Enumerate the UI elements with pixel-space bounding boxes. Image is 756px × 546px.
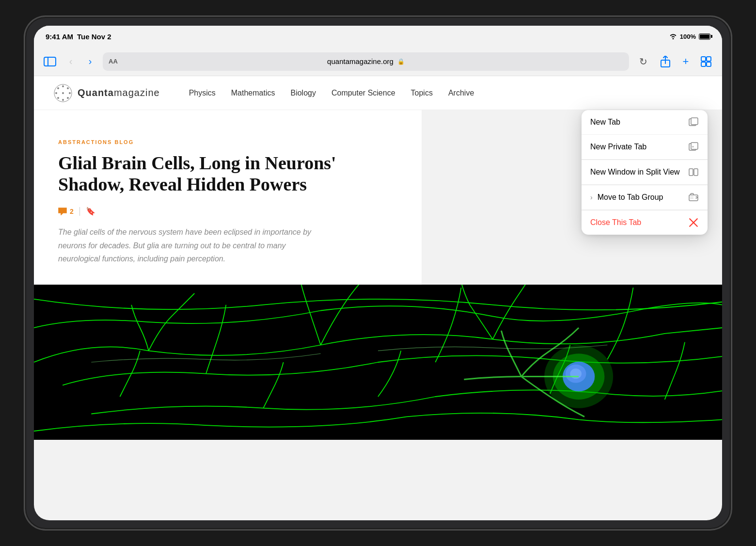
- ipad-screen: 9:41 AM Tue Nov 2 100%: [34, 26, 722, 520]
- nav-physics[interactable]: Physics: [189, 89, 216, 97]
- quanta-logo-icon: [53, 83, 73, 103]
- back-arrow-icon: ‹: [69, 56, 73, 67]
- svg-point-8: [62, 85, 64, 87]
- new-tab-button[interactable]: +: [677, 53, 694, 70]
- comment-count: 2: [70, 208, 74, 215]
- nav-biology[interactable]: Biology: [290, 89, 315, 97]
- article-image: [34, 285, 722, 440]
- reload-icon: ↻: [639, 56, 647, 67]
- forward-button[interactable]: ›: [83, 55, 97, 68]
- new-tab-label: New Tab: [590, 118, 620, 127]
- nav-computer-science[interactable]: Computer Science: [331, 89, 395, 97]
- article-content: ABSTRACTIONS BLOG Glial Brain Cells, Lon…: [34, 110, 422, 285]
- sidebar-icon: [44, 57, 56, 66]
- forward-arrow-icon: ›: [89, 56, 92, 67]
- tab-group-icon: [688, 192, 699, 203]
- svg-rect-29: [694, 169, 698, 176]
- split-view-icon: [688, 167, 699, 177]
- close-tab-label: Close This Tab: [590, 218, 641, 227]
- bookmark-icon[interactable]: 🔖: [86, 207, 95, 216]
- split-view-label: New Window in Split View: [590, 168, 680, 177]
- menu-item-new-private-tab[interactable]: New Private Tab +: [582, 135, 708, 160]
- share-icon: [661, 56, 670, 67]
- svg-rect-4: [707, 57, 711, 61]
- svg-rect-5: [701, 62, 706, 66]
- svg-rect-24: [691, 118, 698, 125]
- ipad-frame: 9:41 AM Tue Nov 2 100%: [24, 16, 732, 530]
- new-tab-icon: [688, 117, 699, 128]
- logo-light: magazine: [114, 87, 160, 98]
- nav-topics[interactable]: Topics: [411, 89, 433, 97]
- close-tab-icon: [688, 217, 699, 228]
- new-private-tab-label: New Private Tab: [590, 143, 646, 151]
- logo-bold: Quanta: [78, 87, 114, 98]
- svg-point-22: [570, 369, 582, 379]
- site-logo: Quantamagazine: [53, 83, 160, 103]
- back-button[interactable]: ‹: [64, 55, 78, 68]
- reader-mode-button[interactable]: AA: [109, 58, 118, 65]
- share-button[interactable]: [657, 53, 674, 70]
- svg-point-11: [67, 97, 69, 99]
- tab-group-label: Move to Tab Group: [598, 193, 663, 202]
- sidebar-toggle-button[interactable]: [42, 55, 58, 68]
- menu-item-new-tab[interactable]: New Tab: [582, 110, 708, 135]
- status-bar: 9:41 AM Tue Nov 2 100%: [34, 26, 722, 47]
- battery-percent: 100%: [680, 33, 696, 40]
- svg-point-14: [55, 92, 57, 94]
- nav-links: Physics Mathematics Biology Computer Sci…: [189, 89, 474, 97]
- nav-archive[interactable]: Archive: [448, 89, 474, 97]
- url-display: quantamagazine.org: [327, 57, 394, 65]
- svg-point-12: [62, 99, 64, 101]
- private-tab-icon: +: [688, 142, 699, 152]
- tab-overview-button[interactable]: [698, 53, 714, 70]
- comment-icon: [58, 208, 67, 215]
- wifi-icon: [669, 33, 677, 39]
- menu-item-close-tab[interactable]: Close This Tab: [582, 210, 708, 235]
- site-navigation: Quantamagazine Physics Mathematics Biolo…: [34, 76, 722, 110]
- tab-group-chevron: ›: [590, 193, 593, 201]
- article-title: Glial Brain Cells, Long in Neurons' Shad…: [58, 153, 397, 195]
- svg-rect-0: [44, 57, 56, 66]
- lock-icon: 🔒: [397, 58, 405, 65]
- logo-text: Quantamagazine: [78, 87, 160, 98]
- context-menu: New Tab New Private Tab: [582, 110, 708, 235]
- browser-toolbar: ‹ › AA quantamagazine.org 🔒 ↻: [34, 47, 722, 76]
- meta-divider: [79, 207, 80, 216]
- svg-point-13: [57, 97, 59, 99]
- svg-point-10: [69, 92, 71, 94]
- svg-point-15: [57, 87, 59, 89]
- menu-item-tab-group[interactable]: › Move to Tab Group: [582, 185, 708, 210]
- reload-button[interactable]: ↻: [635, 53, 651, 70]
- add-tab-icon: +: [683, 55, 689, 68]
- svg-text:+: +: [692, 145, 694, 149]
- comment-section[interactable]: 2: [58, 208, 74, 215]
- svg-point-16: [62, 92, 64, 94]
- article-excerpt: The glial cells of the nervous system ha…: [58, 225, 330, 265]
- address-bar[interactable]: AA quantamagazine.org 🔒: [103, 52, 629, 71]
- toolbar-right: +: [657, 53, 714, 70]
- svg-rect-6: [707, 62, 711, 66]
- blog-label: ABSTRACTIONS BLOG: [58, 139, 397, 145]
- tab-grid-icon: [701, 56, 711, 67]
- time-display: 9:41 AM: [46, 32, 73, 41]
- svg-point-9: [67, 87, 69, 89]
- battery-icon: [699, 33, 710, 40]
- content-area: Quantamagazine Physics Mathematics Biolo…: [34, 76, 722, 520]
- menu-item-split-view[interactable]: New Window in Split View: [582, 160, 708, 185]
- svg-rect-3: [701, 57, 706, 61]
- glial-cells-image: [34, 285, 722, 440]
- nav-mathematics[interactable]: Mathematics: [231, 89, 275, 97]
- article-meta: 2 🔖: [58, 207, 397, 216]
- svg-rect-28: [689, 169, 693, 176]
- date-display: Tue Nov 2: [77, 32, 111, 41]
